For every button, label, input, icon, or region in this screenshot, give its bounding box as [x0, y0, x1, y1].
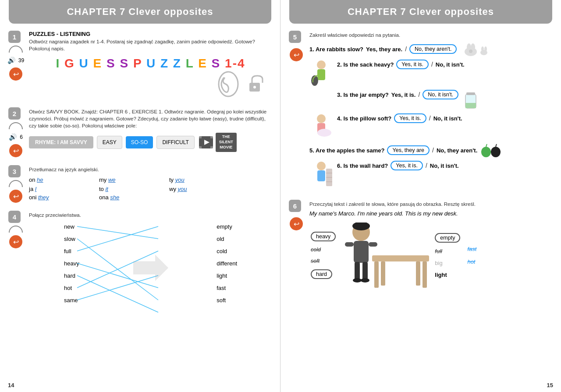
undo-btn-3[interactable]: ↩: [9, 190, 22, 203]
audio-icon-1: 🔊: [7, 57, 16, 64]
word-light: light: [217, 269, 237, 282]
q4-ans1: Yes, it is.: [394, 113, 426, 123]
svg-rect-28: [466, 92, 475, 95]
desk-svg: [372, 247, 429, 290]
q1-text: 1. Are rabbits slow?: [309, 46, 363, 53]
svg-point-32: [317, 129, 331, 137]
translate-oni: oni they: [29, 194, 99, 201]
translate-my: my we: [99, 177, 169, 183]
btn-rhyme[interactable]: RHYME: I AM SAVVY: [29, 136, 93, 148]
section-5-num: 5: [289, 31, 301, 43]
rabbit-icon: [462, 41, 488, 57]
audio-row-1: 🔊 39: [7, 57, 24, 64]
translate-on: on he: [29, 177, 99, 183]
svg-point-23: [484, 46, 487, 52]
translate-ona: ona she: [99, 194, 169, 201]
section-6-desc: Przeczytaj tekst i zakreśl te słowa, któ…: [309, 201, 553, 208]
btn-soso[interactable]: SO-SO: [126, 136, 153, 148]
svg-rect-7: [210, 146, 213, 148]
btn-difficult[interactable]: DIFFICULT: [156, 136, 194, 149]
svg-point-24: [317, 60, 326, 69]
section-6-num: 6: [289, 200, 301, 212]
svg-line-11: [77, 226, 158, 251]
word-cold: cold: [217, 245, 237, 257]
word-same: same: [64, 294, 79, 306]
q2-ans1: Yes, it is.: [396, 60, 429, 69]
svg-marker-16: [133, 255, 168, 281]
audio-num-1: 39: [18, 57, 24, 64]
svg-rect-4: [199, 136, 202, 138]
svg-rect-38: [317, 170, 325, 181]
word-new: new: [64, 220, 79, 233]
left-words-col: new slow full heavy hard hot same: [64, 220, 79, 306]
svg-rect-25: [317, 69, 325, 80]
section-1-num: 1: [8, 31, 21, 43]
section-2: 2 🔊 6 ↩ Otwórz SAVVY BOOK. Znajdź: CHAPT…: [0, 105, 280, 160]
translate-grid: on he my we ty you ja I to it wy you: [29, 177, 272, 192]
child-pillow-icon: [309, 113, 334, 140]
undo-btn-1[interactable]: ↩: [9, 67, 22, 81]
q6-content: 6. Is the wall hard? Yes, it is. / No, i…: [337, 161, 459, 170]
svg-line-9: [77, 226, 158, 239]
section-2-buttons: RHYME: I AM SAVVY EASY SO-SO DIFFICULT: [29, 133, 272, 152]
q6-row: 6. Is the wall hard? Yes, it is. / No, i…: [309, 161, 553, 189]
svg-point-37: [317, 162, 326, 170]
undo-btn-4[interactable]: ↩: [9, 235, 22, 248]
q4-content: 4. Is the pillow soft? Yes, it is. / No,…: [337, 113, 462, 123]
undo-btn-2[interactable]: ↩: [9, 144, 22, 157]
audio-row-2: 🔊 6: [9, 133, 23, 141]
q2-content: 2. Is the sack heavy? Yes, it is. / No, …: [337, 60, 465, 69]
far-right-col: fast hot: [466, 244, 478, 266]
key-lock-icon: [246, 73, 263, 95]
left-word-col: heavy cold soft hard: [309, 230, 337, 280]
audio-num-2: 6: [20, 134, 23, 140]
movie-icon-box: THE SILENT MOVIE: [198, 133, 237, 152]
section-4: 4 ↩ Połącz przeciwieństwa. new slow full…: [0, 208, 280, 319]
word-cold-tag: cold: [311, 247, 321, 253]
undo-btn-5[interactable]: ↩: [290, 48, 303, 61]
svg-point-20: [469, 49, 472, 53]
svg-rect-6: [199, 146, 202, 148]
svg-point-33: [481, 147, 491, 157]
word-different: different: [217, 257, 237, 269]
section-4-desc: Połącz przeciwieństwa.: [29, 212, 272, 219]
word-heavy-tag: heavy: [311, 232, 336, 241]
page-num-right: 15: [547, 382, 553, 388]
section-2-desc: Otwórz SAVVY BOOK. Znajdź: CHAPTER 6 , E…: [29, 108, 272, 129]
arc-decoration: [9, 46, 23, 53]
left-chapter-header: CHAPTER 7 Clever opposites: [9, 0, 271, 24]
q5-ans1: Yes, they are: [387, 145, 430, 155]
word-hard-tag: hard: [311, 269, 332, 279]
undo-btn-6[interactable]: ↩: [290, 217, 303, 230]
right-word-col: empty full big light: [433, 232, 462, 279]
word-old: old: [217, 233, 237, 245]
svg-rect-29: [465, 103, 476, 108]
svg-rect-5: [210, 136, 213, 138]
word-light-tag: light: [435, 272, 447, 278]
q2-row: 2. Is the sack heavy? Yes, it is. / No, …: [309, 60, 553, 88]
svg-line-36: [496, 144, 497, 147]
translate-wy: wy you: [169, 186, 239, 192]
section-5-content: Zakreśl właściwe odpowiedzi na pytania. …: [309, 31, 553, 191]
word-soft: soft: [217, 294, 237, 306]
section-2-content: Otwórz SAVVY BOOK. Znajdź: CHAPTER 6 , E…: [29, 107, 272, 153]
section-1-desc: Odtwórz nagrania zagadek nr 1-4. Postara…: [29, 38, 272, 52]
section-5-desc: Zakreśl właściwe odpowiedzi na pytania.: [309, 32, 553, 39]
desk-illustration: [341, 220, 429, 290]
apples-icon: [480, 142, 502, 158]
section-1-content: PUZZLES - LISTENING Odtwórz nagrania zag…: [29, 31, 272, 99]
movie-label: THE SILENT MOVIE: [216, 133, 237, 152]
q4-text-row: 4. Is the pillow soft? Yes, it is. / No,…: [337, 113, 462, 123]
word-fast-tag: fast: [467, 246, 476, 252]
section-3-content: Przetłumacz na język angielski. on he my…: [29, 165, 272, 201]
word-hot-tag: hot: [467, 258, 475, 265]
btn-easy[interactable]: EASY: [97, 136, 122, 149]
svg-rect-48: [355, 262, 360, 279]
word-empty: empty: [217, 220, 237, 233]
q3-text-row: 3. Is the jar empty? Yes, it is. / No, i…: [337, 90, 458, 99]
svg-point-51: [361, 278, 369, 283]
section-5: 5 ↩ Zakreśl właściwe odpowiedzi na pytan…: [280, 28, 561, 194]
arc-decoration-4: [9, 226, 23, 233]
section-1-title: PUZZLES - LISTENING: [29, 31, 272, 37]
section-3: 3 ↩ Przetłumacz na język angielski. on h…: [0, 162, 280, 205]
